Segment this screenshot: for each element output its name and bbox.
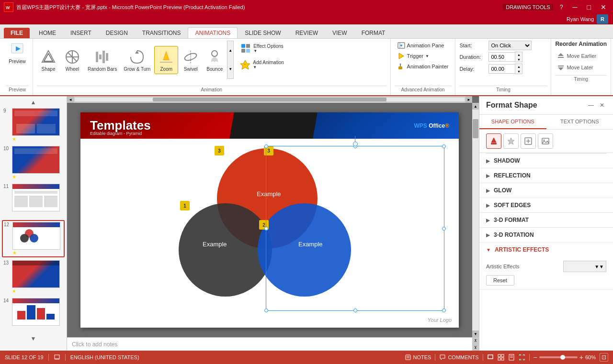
tab-file[interactable]: FILE: [4, 28, 30, 38]
anim-bounce[interactable]: Bounce: [203, 46, 226, 74]
vscroll-next-slide[interactable]: ⊻: [472, 344, 479, 351]
zoom-thumb[interactable]: [560, 355, 565, 360]
reflection-header[interactable]: ▶ REFLECTION: [479, 168, 613, 183]
duration-value[interactable]: 00.50: [488, 52, 515, 62]
slide-panel-scroll-down[interactable]: ▼: [2, 334, 65, 343]
slide-thumb-11[interactable]: 11 ★: [2, 182, 65, 219]
delay-up[interactable]: ▲: [515, 64, 522, 69]
slide-thumb-9[interactable]: 9 ★: [2, 107, 65, 143]
anim-zoom[interactable]: Zoom: [154, 46, 178, 74]
panel-minimize-btn[interactable]: —: [586, 102, 596, 109]
comments-button[interactable]: COMMENTS: [439, 354, 478, 361]
slide-thumb-12[interactable]: 12 ★: [2, 220, 65, 257]
slide-num-13: 13: [3, 260, 10, 265]
status-sep-2: [65, 354, 66, 361]
circle-blue[interactable]: [258, 203, 351, 297]
minimize-btn[interactable]: ─: [570, 2, 580, 12]
fill-icon-btn[interactable]: [486, 133, 501, 149]
tab-transitions[interactable]: TRANSITIONS: [135, 27, 188, 38]
reorder-title: Reorder Animation: [555, 41, 607, 47]
slide-thumb-10[interactable]: 10 ★: [2, 144, 65, 181]
delay-value[interactable]: 00.00: [488, 64, 515, 74]
format-panel: Format Shape — ✕ SHAPE OPTIONS TEXT OPTI…: [479, 96, 613, 351]
glow-label: GLOW: [494, 187, 511, 194]
notes-button[interactable]: NOTES: [405, 354, 431, 361]
size-icon-btn[interactable]: [521, 133, 536, 149]
tab-animations[interactable]: ANIMATIONS: [188, 27, 238, 38]
duration-down[interactable]: ▼: [515, 57, 522, 62]
trigger-icon: [397, 52, 405, 60]
anim-shape[interactable]: Shape: [37, 46, 60, 74]
tab-insert[interactable]: INSERT: [63, 27, 99, 38]
image-icon-btn[interactable]: [538, 133, 553, 149]
slide-thumb-14[interactable]: 14 ★: [2, 297, 65, 333]
tab-home[interactable]: HOME: [32, 27, 63, 38]
animation-pane-button[interactable]: Animation Pane: [395, 41, 447, 50]
hscrollbar: ◄ ►: [67, 96, 472, 103]
animation-scroll-btn[interactable]: ▲ ▼: [227, 41, 234, 79]
tab-slideshow[interactable]: SLIDE SHOW: [238, 27, 288, 38]
move-later-button[interactable]: Move Later: [555, 63, 607, 72]
view-grid-icon[interactable]: [498, 354, 504, 361]
slide-thumb-13[interactable]: 13 ★: [2, 259, 65, 295]
close-btn[interactable]: ✕: [598, 2, 609, 12]
move-earlier-button[interactable]: Move Earlier: [555, 51, 607, 61]
handle-mr[interactable]: [442, 227, 446, 231]
anim-grow-turn[interactable]: Grow & Turn: [121, 46, 153, 74]
section-reflection: ▶ REFLECTION: [479, 168, 613, 183]
reflection-label: REFLECTION: [494, 172, 531, 179]
anim-wheel[interactable]: Wheel: [61, 46, 84, 74]
handle-tm[interactable]: [353, 144, 357, 148]
preview-button[interactable]: Preview: [6, 41, 29, 66]
slide-panel-scroll-up[interactable]: ▲: [2, 98, 65, 107]
panel-close-btn[interactable]: ✕: [598, 102, 606, 109]
add-animation-button[interactable]: + Add Animation ▼: [237, 57, 287, 72]
animation-painter-button[interactable]: Animation Painter: [395, 62, 452, 71]
zoom-slider[interactable]: [539, 356, 578, 358]
handle-tr[interactable]: [442, 144, 446, 148]
anim-random-bars[interactable]: Random Bars: [85, 46, 120, 74]
help-btn[interactable]: ?: [557, 3, 566, 11]
vscroll-thumb[interactable]: [473, 119, 478, 138]
delay-down[interactable]: ▼: [515, 69, 522, 74]
view-fullscreen-icon[interactable]: [519, 354, 525, 361]
soft-edges-header[interactable]: ▶ SOFT EDGES: [479, 198, 613, 212]
3d-rotation-header[interactable]: ▶ 3-D ROTATION: [479, 228, 613, 242]
zoom-in-btn[interactable]: +: [579, 353, 583, 361]
tab-format[interactable]: FORMAT: [354, 27, 393, 38]
hscroll-left[interactable]: ◄: [67, 96, 74, 103]
view-normal-icon[interactable]: [487, 354, 494, 361]
view-reading-icon[interactable]: [508, 354, 515, 361]
tab-review[interactable]: REVIEW: [288, 27, 325, 38]
3d-format-header[interactable]: ▶ 3-D FORMAT: [479, 213, 613, 227]
maximize-btn[interactable]: □: [584, 2, 594, 12]
tab-view[interactable]: VIEW: [325, 27, 354, 38]
duration-up[interactable]: ▲: [515, 52, 522, 57]
handle-br[interactable]: [442, 309, 446, 312]
effects-icon-btn[interactable]: [503, 133, 519, 149]
anim-swivel[interactable]: Swivel: [179, 46, 202, 74]
vscroll-down[interactable]: ▼: [472, 331, 479, 337]
zoom-out-btn[interactable]: −: [534, 353, 537, 361]
panel-tab-text[interactable]: TEXT OPTIONS: [546, 115, 613, 129]
fit-btn[interactable]: ⊡: [600, 353, 608, 362]
venn-diagram[interactable]: Example Example Example 1 2 3 3: [179, 148, 361, 320]
artistic-effects-header[interactable]: ▼ ARTISTIC EFFECTS: [479, 243, 613, 257]
glow-header[interactable]: ▶ GLOW: [479, 183, 613, 198]
reset-button[interactable]: Reset: [486, 275, 514, 286]
shadow-header[interactable]: ▶ SHADOW: [479, 154, 613, 168]
move-earlier-label: Move Earlier: [567, 53, 596, 59]
tab-design[interactable]: DESIGN: [99, 27, 135, 38]
panel-tab-shape[interactable]: SHAPE OPTIONS: [479, 115, 546, 129]
vscroll-prev-slide[interactable]: ⊼: [472, 337, 479, 344]
svg-point-20: [212, 51, 217, 56]
effect-options-button[interactable]: Effect Options ▼: [237, 41, 287, 56]
wheel-icon: [64, 48, 81, 66]
notes-bar[interactable]: Click to add notes: [67, 337, 479, 351]
artistic-preview-dropdown[interactable]: ▼▼: [563, 261, 606, 272]
trigger-button[interactable]: Trigger ▼: [395, 51, 432, 61]
hscroll-right[interactable]: ►: [465, 96, 472, 103]
vscroll-up[interactable]: ▲: [472, 103, 479, 110]
slide-canvas[interactable]: Templates Editable diagram - Pyramid WPS…: [80, 112, 459, 328]
start-select[interactable]: On Click With Previous After Previous: [488, 41, 532, 50]
